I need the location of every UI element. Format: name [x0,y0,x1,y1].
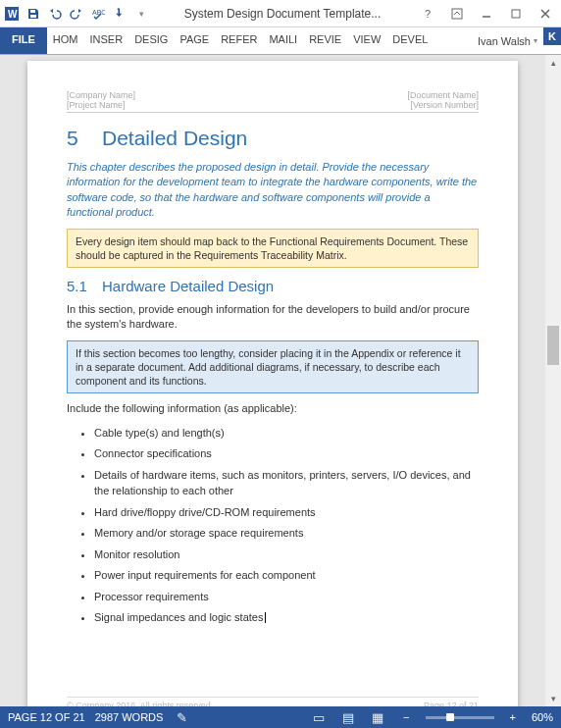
svg-rect-5 [452,9,462,19]
ribbon-tabs: FILE HOM INSER DESIG PAGE REFER MAILI RE… [0,27,561,55]
list-item: Memory and/or storage space requirements [94,525,479,542]
list-item: Connector specifications [94,445,479,462]
tab-review[interactable]: REVIE [303,27,347,54]
document-viewport: [Company Name] [Document Name] [Project … [0,55,561,706]
chapter-intro: This chapter describes the proposed desi… [67,160,479,221]
callout-yellow: Every design item should map back to the… [67,229,479,268]
redo-icon[interactable] [69,6,84,22]
status-word-count[interactable]: 2987 WORDS [95,711,164,723]
titlebar: W ABC ▾ System Design Document Template.… [0,0,561,27]
footer-page-number: Page 12 of 21 [424,701,479,706]
header-project: [Project Name] [67,100,126,110]
paragraph-2: Include the following information (as ap… [67,401,479,416]
minimize-icon[interactable] [475,4,498,24]
heading-2: 5.1Hardware Detailed Design [67,278,479,294]
svg-rect-2 [30,10,35,13]
svg-rect-7 [512,10,520,18]
document-page[interactable]: [Company Name] [Document Name] [Project … [27,61,518,706]
proofing-icon[interactable]: ✎ [173,710,191,725]
status-bar: PAGE 12 OF 21 2987 WORDS ✎ ▭ ▤ ▦ − + 60% [0,706,561,728]
list-item-cursor: Signal impedances and logic states [94,609,479,626]
scroll-track[interactable] [545,71,561,691]
tab-mailings[interactable]: MAILI [263,27,303,54]
save-icon[interactable] [26,6,41,22]
list-item: Monitor resolution [94,546,479,563]
ribbon-collapse-icon[interactable] [445,4,469,24]
heading-1-number: 5 [67,127,102,150]
touch-mode-icon[interactable] [112,6,128,22]
window-title: System Design Document Template... [155,7,410,21]
footer-copyright: © Company 2016. All rights reserved. [67,701,213,706]
heading-2-text: Hardware Detailed Design [102,278,274,294]
word-app-icon: W [4,6,20,22]
scroll-up-icon[interactable]: ▴ [545,55,561,71]
status-page[interactable]: PAGE 12 OF 21 [8,711,85,723]
scroll-thumb[interactable] [547,326,559,365]
list-item: Hard drive/floppy drive/CD-ROM requireme… [94,504,479,521]
tab-home[interactable]: HOM [47,27,84,54]
user-menu[interactable]: Ivan Walsh▾ [474,27,541,54]
paragraph-1: In this section, provide enough informat… [67,302,479,333]
page-header-2: [Project Name] [Version Number] [67,100,479,110]
header-company: [Company Name] [67,90,135,100]
zoom-slider[interactable] [426,716,494,719]
svg-text:W: W [8,9,18,20]
list-item: Details of hardware items, such as monit… [94,467,479,499]
scroll-down-icon[interactable]: ▾ [545,691,561,706]
header-rule [67,112,479,113]
qat-customize-icon[interactable]: ▾ [133,6,149,22]
vertical-scrollbar[interactable]: ▴ ▾ [545,55,561,706]
zoom-level[interactable]: 60% [532,711,553,723]
page-footer: © Company 2016. All rights reserved. Pag… [67,697,479,706]
tab-view[interactable]: VIEW [347,27,386,54]
svg-rect-3 [30,15,36,18]
print-layout-icon[interactable]: ▤ [338,710,358,725]
list-item: Power input requirements for each compon… [94,567,479,584]
list-item: Cable type(s) and length(s) [94,425,479,442]
spellcheck-icon[interactable]: ABC [90,6,106,22]
svg-text:ABC: ABC [92,9,105,16]
tab-file[interactable]: FILE [0,27,47,54]
tab-insert[interactable]: INSER [84,27,129,54]
tab-page-layout[interactable]: PAGE [174,27,215,54]
heading-2-number: 5.1 [67,278,102,294]
header-docname: [Document Name] [407,90,479,100]
close-icon[interactable] [534,4,557,24]
user-name: Ivan Walsh [478,35,531,47]
zoom-in-button[interactable]: + [504,711,522,723]
header-version: [Version Number] [410,100,479,110]
tab-references[interactable]: REFER [215,27,263,54]
web-layout-icon[interactable]: ▦ [368,710,387,725]
user-initial-box[interactable]: K [543,27,561,45]
bullet-list: Cable type(s) and length(s) Connector sp… [67,425,479,626]
zoom-out-button[interactable]: − [397,711,415,723]
read-mode-icon[interactable]: ▭ [309,710,329,725]
callout-blue: If this section becomes too lengthy, con… [67,340,479,394]
help-icon[interactable]: ? [416,4,439,24]
tab-developer[interactable]: DEVEL [386,27,434,54]
page-header: [Company Name] [Document Name] [67,90,479,100]
heading-1: 5Detailed Design [67,127,479,150]
undo-icon[interactable] [47,6,63,22]
list-item: Processor requirements [94,589,479,605]
tab-design[interactable]: DESIG [128,27,174,54]
maximize-icon[interactable] [504,4,528,24]
heading-1-text: Detailed Design [102,127,247,149]
